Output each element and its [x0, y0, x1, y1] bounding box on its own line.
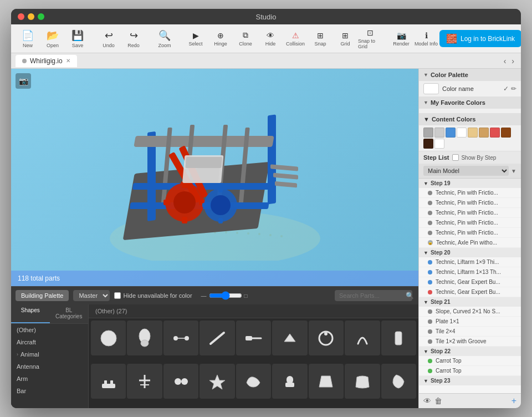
step-item[interactable]: Plate 1×1: [419, 317, 521, 327]
color-swatch-red[interactable]: [490, 128, 500, 138]
building-palette-tab[interactable]: Building Palette: [16, 290, 69, 301]
step-item[interactable]: Technic, Liftarm 1×13 Th...: [419, 267, 521, 277]
part-item[interactable]: [91, 321, 126, 355]
color-swatch-white2[interactable]: [434, 139, 444, 149]
delete-button[interactable]: 🗑: [434, 396, 442, 406]
color-edit-button[interactable]: ✏: [511, 85, 516, 93]
step-item[interactable]: Technic, Pin with Frictio...: [419, 198, 521, 208]
fav-colors-header[interactable]: ▼ My Favorite Colors: [419, 96, 521, 109]
color-swatch-tan[interactable]: [468, 128, 478, 138]
part-item[interactable]: [345, 321, 380, 355]
color-swatch-gray[interactable]: [423, 128, 433, 138]
maximize-button[interactable]: [38, 13, 44, 20]
step-item[interactable]: Technic, Pin with Frictio...: [419, 218, 521, 228]
3d-viewport[interactable]: 📷: [11, 69, 418, 286]
tab-close-button[interactable]: ✕: [66, 58, 70, 64]
show-by-step-checkbox[interactable]: [452, 154, 459, 161]
part-item[interactable]: [127, 364, 162, 399]
add-step-button[interactable]: +: [511, 396, 516, 406]
snap-to-grid-button[interactable]: ⊡ Snap to Grid: [358, 27, 382, 51]
shapes-tab[interactable]: Shapes: [11, 304, 50, 323]
step-item[interactable]: Carrot Top: [419, 366, 521, 376]
hide-unavailable-container: Hide unavailable for color: [114, 292, 192, 299]
step-item[interactable]: Carrot Top: [419, 356, 521, 366]
step-item[interactable]: Technic, Pin with Frictio...: [419, 228, 521, 238]
viewport-camera-button[interactable]: 📷: [16, 73, 31, 89]
undo-button[interactable]: ↩ Undo: [96, 27, 121, 51]
step-item[interactable]: Technic, Gear Expert Bu...: [419, 277, 521, 287]
step-group-20[interactable]: ▼ Step 20: [419, 248, 521, 257]
snap-button[interactable]: ⊞ Snap: [308, 27, 332, 51]
category-other[interactable]: (Other): [11, 324, 88, 336]
hide-button[interactable]: 👁 Hide: [258, 27, 283, 51]
step-item[interactable]: Slope, Curved 2×1 No S...: [419, 307, 521, 317]
part-item[interactable]: [163, 321, 198, 355]
step-item[interactable]: Technic, Pin with Frictio...: [419, 188, 521, 198]
minimize-button[interactable]: [28, 13, 34, 20]
category-animal[interactable]: › Animal: [11, 348, 88, 360]
search-input[interactable]: [335, 290, 412, 301]
render-button[interactable]: 📷 Render: [389, 27, 413, 51]
master-select[interactable]: Master: [73, 290, 110, 301]
redo-button[interactable]: ↪ Redo: [121, 27, 146, 51]
color-swatch-blue[interactable]: [446, 128, 456, 138]
part-item[interactable]: [381, 321, 416, 355]
step-group-23[interactable]: ▼ Step 23: [419, 376, 521, 385]
part-item[interactable]: [309, 321, 344, 355]
color-palette-header[interactable]: ▼ Color Palette: [419, 69, 521, 81]
step-group-22[interactable]: ▼ Stop 22: [419, 347, 521, 356]
step-group-21[interactable]: ▼ Step 21: [419, 297, 521, 307]
tab-prev-button[interactable]: ‹: [502, 57, 509, 65]
color-swatch-white[interactable]: [457, 128, 467, 138]
step-item[interactable]: Technic, Pin with Frictio...: [419, 208, 521, 218]
collision-button[interactable]: ⚠ Collision: [283, 27, 308, 51]
model-info-button[interactable]: ℹ Model Info: [414, 27, 438, 51]
clone-button[interactable]: ⧉ Clone: [233, 27, 258, 51]
category-antenna[interactable]: Antenna: [11, 360, 88, 373]
part-item[interactable]: [236, 364, 271, 399]
step-group-19[interactable]: ▼ Step 19: [419, 179, 521, 188]
login-button[interactable]: 🧱 Log in to BrickLink: [439, 30, 521, 47]
zoom-button[interactable]: 🔍 Zoom: [152, 27, 177, 51]
category-bar[interactable]: Bar: [11, 385, 88, 397]
save-button[interactable]: 💾 Save: [65, 27, 90, 51]
tab-next-button[interactable]: ›: [509, 57, 516, 65]
step-item[interactable]: Technic, Gear Expert Bu...: [419, 287, 521, 297]
color-swatch-darkbrown[interactable]: [501, 128, 511, 138]
hinge-button[interactable]: ⊕ Hinge: [208, 27, 233, 51]
step-item[interactable]: Tile 1×2 with Groove: [419, 337, 521, 347]
size-slider[interactable]: [209, 291, 242, 300]
model-select[interactable]: Main Model: [423, 166, 509, 176]
bl-categories-tab[interactable]: BL Categories: [50, 304, 89, 323]
select-button[interactable]: ▶ Select: [183, 27, 208, 51]
color-check-button[interactable]: ✓: [503, 85, 509, 93]
open-button[interactable]: 📂 Open: [40, 27, 65, 51]
step-item[interactable]: 🔒 Technic, Axle Pin witho...: [419, 238, 521, 248]
color-swatch-lightgray[interactable]: [434, 128, 444, 138]
part-item[interactable]: [309, 364, 344, 399]
category-arm[interactable]: Arm: [11, 373, 88, 385]
part-item[interactable]: [127, 321, 162, 355]
part-item[interactable]: [381, 364, 416, 399]
part-item[interactable]: [200, 321, 234, 355]
part-item[interactable]: [272, 321, 307, 355]
part-item[interactable]: [236, 321, 271, 355]
color-swatch-brown[interactable]: [479, 128, 489, 138]
grid-button[interactable]: ⊞ Grid: [333, 27, 357, 51]
step-item[interactable]: Tile 2×4: [419, 327, 521, 337]
new-button[interactable]: 📄 New: [16, 27, 40, 51]
color-swatch-main[interactable]: [423, 83, 439, 94]
part-item[interactable]: [200, 364, 234, 399]
part-item[interactable]: [91, 364, 126, 399]
hide-unavailable-checkbox[interactable]: [114, 292, 121, 299]
content-colors-header[interactable]: ▼ Content Colors: [419, 113, 521, 125]
category-aircraft[interactable]: Aircraft: [11, 336, 88, 348]
close-button[interactable]: [18, 13, 24, 20]
part-item[interactable]: [345, 364, 380, 399]
color-swatch-verydarkbrown[interactable]: [423, 139, 433, 149]
part-item[interactable]: [272, 364, 307, 399]
part-item[interactable]: [163, 364, 198, 399]
step-item[interactable]: Technic, Liftarm 1×9 Thi...: [419, 257, 521, 267]
eye-button[interactable]: 👁: [423, 396, 431, 406]
tab-whirligig[interactable]: Whirligig.io ✕: [16, 55, 77, 67]
